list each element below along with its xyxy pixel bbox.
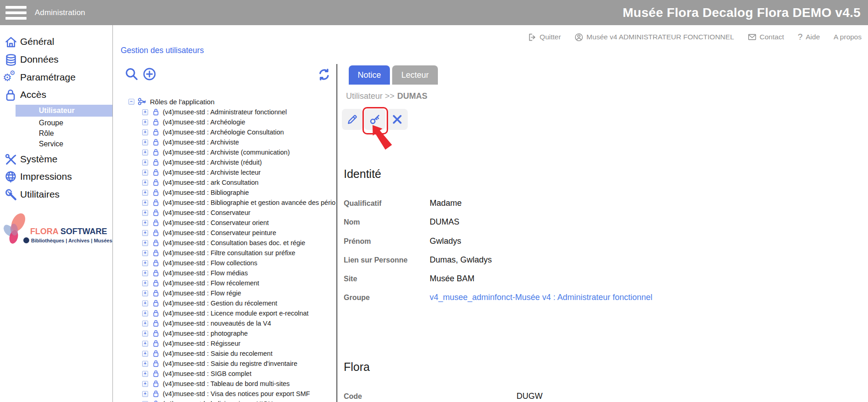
tree-row[interactable]: + (v4)musee-std : Saisie du recolement — [137, 348, 336, 359]
aide-link[interactable]: ? Aide — [798, 32, 820, 42]
expand-plus-icon[interactable]: + — [142, 290, 148, 296]
expand-plus-icon[interactable]: + — [142, 170, 148, 176]
tree-row[interactable]: + (v4)musee-std : Flow médias — [137, 268, 336, 278]
expand-plus-icon[interactable]: + — [142, 391, 148, 397]
expand-plus-icon[interactable]: + — [142, 160, 148, 166]
tree-role-label[interactable]: (v4)musee-std : Conservateur — [163, 209, 250, 216]
expand-plus-icon[interactable]: + — [142, 361, 148, 367]
sidebar-subitem-service[interactable]: Service — [0, 139, 112, 149]
sidebar-item-impressions[interactable]: Impressions — [0, 169, 112, 185]
tree-row[interactable]: + (v4)musee-std : Archiviste (réduit) — [137, 157, 336, 167]
sidebar-item-systeme[interactable]: Système — [0, 152, 112, 167]
tree-role-label[interactable]: (v4)musee-std : Flow collections — [163, 259, 257, 267]
tree-role-label[interactable]: (v4)musee-std : Archéologie — [163, 118, 245, 126]
expand-plus-icon[interactable]: + — [142, 119, 148, 125]
tree-row[interactable]: + (v4)musee-std : Filtre consultation su… — [137, 248, 336, 258]
tree-row[interactable]: + (v4)musee-std : Tableau de bord multi-… — [137, 379, 336, 389]
expand-plus-icon[interactable]: + — [142, 351, 148, 357]
tree-role-label[interactable]: (v4)musee-std : Tableau de bord multi-si… — [163, 380, 290, 387]
tree-row[interactable]: + (v4)musee-std : Archiviste — [137, 137, 336, 147]
tree-row[interactable]: + (v4)musee-std : Conservateur — [137, 208, 336, 218]
tree-row[interactable]: + (v4)musee-std : Archéologie Consultati… — [137, 127, 336, 137]
tree-role-label[interactable]: (v4)musee-std : Régisseur — [163, 340, 240, 347]
tree-row[interactable]: + (v4)musee-std : Flow collections — [137, 258, 336, 268]
current-user[interactable]: Musée v4 ADMINISTRATEUR FONCTIONNEL — [575, 33, 734, 42]
tree-row[interactable]: + (v4)musee-std : Archiviste lecteur — [137, 167, 336, 177]
expand-plus-icon[interactable]: + — [142, 260, 148, 266]
tree-role-label[interactable]: (v4)musee-std : Flow régie — [163, 289, 241, 297]
tree-row[interactable]: + (v4)musee-std : Bibliographie — [137, 188, 336, 198]
tree-row[interactable]: + (v4)musee-std : Archéologie — [137, 117, 336, 127]
sidebar-item-general[interactable]: Général — [0, 34, 112, 50]
tree-role-label[interactable]: (v4)musee-std : Saisie du registre d'inv… — [163, 360, 298, 367]
tree-role-label[interactable]: (v4)musee-std : ludivine niveau HIGH — [163, 400, 273, 402]
edit-button[interactable] — [342, 109, 363, 130]
quitter-link[interactable]: Quitter — [528, 33, 561, 42]
groupe-link[interactable]: v4_musee_adminfonct-Musée v4 : Administr… — [430, 293, 652, 302]
tree-root-row[interactable]: − Rôles de l'application — [128, 96, 214, 107]
tree-row[interactable]: + (v4)musee-std : Conservateur orient — [137, 218, 336, 228]
expand-plus-icon[interactable]: + — [142, 230, 148, 236]
search-icon[interactable] — [124, 67, 139, 81]
tree-role-label[interactable]: (v4)musee-std : Flow médias — [163, 269, 248, 277]
tree-row[interactable]: + (v4)musee-std : Visa des notices pour … — [137, 389, 336, 399]
tree-role-label[interactable]: (v4)musee-std : Archiviste lecteur — [163, 169, 261, 176]
tab-lecteur[interactable]: Lecteur — [392, 65, 438, 85]
tree-row[interactable]: + (v4)musee-std : Licence module export … — [137, 308, 336, 318]
expand-plus-icon[interactable]: + — [142, 240, 148, 246]
expand-plus-icon[interactable]: + — [142, 109, 148, 115]
tree-role-label[interactable]: (v4)musee-std : Archéologie Consultation — [163, 129, 284, 136]
expand-plus-icon[interactable]: + — [142, 331, 148, 337]
tree-row[interactable]: + (v4)musee-std : Archiviste (communicat… — [137, 147, 336, 157]
tree-row[interactable]: + (v4)musee-std : ark Consultation — [137, 177, 336, 188]
tree-role-label[interactable]: (v4)musee-std : SIGB complet — [163, 370, 251, 377]
tree-role-label[interactable]: (v4)musee-std : ark Consultation — [163, 179, 259, 186]
tree-role-label[interactable]: (v4)musee-std : Administrateur fonctionn… — [163, 108, 287, 116]
expand-plus-icon[interactable]: + — [142, 311, 148, 316]
tree-row[interactable]: + (v4)musee-std : Saisie du registre d'i… — [137, 359, 336, 369]
tree-role-label[interactable]: (v4)musee-std : Flow récolement — [163, 279, 259, 287]
contact-link[interactable]: Contact — [748, 33, 784, 41]
expand-plus-icon[interactable]: + — [142, 341, 148, 347]
tree-role-label[interactable]: (v4)musee-std : Conservateur orient — [163, 219, 269, 226]
sidebar-subitem-groupe[interactable]: Groupe — [0, 118, 112, 128]
tree-row[interactable]: + (v4)musee-std : ludivine niveau HIGH — [137, 399, 336, 402]
expand-plus-icon[interactable]: + — [142, 371, 148, 377]
sidebar-item-donnees[interactable]: Données — [0, 52, 112, 68]
tree-role-label[interactable]: (v4)musee-std : Consultation bases doc. … — [163, 239, 305, 247]
tree-role-label[interactable]: (v4)musee-std : Bibliographie et gestion… — [163, 199, 335, 206]
delete-button[interactable] — [387, 109, 408, 130]
tree-role-label[interactable]: (v4)musee-std : Gestion du récolement — [163, 300, 277, 307]
expand-plus-icon[interactable]: + — [142, 280, 148, 286]
add-icon[interactable] — [142, 67, 157, 81]
collapse-minus-icon[interactable]: − — [128, 99, 134, 105]
tree-role-label[interactable]: (v4)musee-std : Archiviste (réduit) — [163, 159, 262, 166]
tree-role-label[interactable]: (v4)musee-std : nouveautés de la V4 — [163, 320, 271, 327]
tree-role-label[interactable]: (v4)musee-std : Bibliographie — [163, 189, 249, 196]
expand-plus-icon[interactable]: + — [142, 129, 148, 135]
tree-row[interactable]: + (v4)musee-std : Bibliographie et gesti… — [137, 198, 336, 208]
tree-row[interactable]: + (v4)musee-std : photographe — [137, 328, 336, 338]
expand-plus-icon[interactable]: + — [142, 150, 148, 155]
tree-role-label[interactable]: (v4)musee-std : photographe — [163, 330, 248, 337]
tree-role-label[interactable]: (v4)musee-std : Visa des notices pour ex… — [163, 390, 310, 397]
password-key-button[interactable] — [364, 109, 385, 130]
expand-plus-icon[interactable]: + — [142, 139, 148, 145]
expand-plus-icon[interactable]: + — [142, 270, 148, 276]
expand-plus-icon[interactable]: + — [142, 200, 148, 206]
tree-row[interactable]: + (v4)musee-std : Consultation bases doc… — [137, 238, 336, 248]
sidebar-item-utilitaires[interactable]: Utilitaires — [0, 187, 112, 203]
tree-panel-title[interactable]: Gestion des utilisateurs — [121, 46, 204, 55]
tree-role-label[interactable]: (v4)musee-std : Conservateur peinture — [163, 229, 276, 236]
tree-row[interactable]: + (v4)musee-std : Flow régie — [137, 288, 336, 298]
sidebar-subitem-role[interactable]: Rôle — [0, 129, 112, 139]
tree-row[interactable]: + (v4)musee-std : Flow récolement — [137, 278, 336, 288]
tab-notice[interactable]: Notice — [349, 65, 390, 85]
sidebar-item-acces[interactable]: Accès — [0, 87, 112, 103]
tree-row[interactable]: + (v4)musee-std : Régisseur — [137, 338, 336, 348]
expand-plus-icon[interactable]: + — [142, 300, 148, 306]
tree-row[interactable]: + (v4)musee-std : SIGB complet — [137, 369, 336, 379]
expand-plus-icon[interactable]: + — [142, 210, 148, 216]
tree-row[interactable]: + (v4)musee-std : Gestion du récolement — [137, 298, 336, 308]
tree-root-label[interactable]: Rôles de l'application — [150, 98, 214, 106]
